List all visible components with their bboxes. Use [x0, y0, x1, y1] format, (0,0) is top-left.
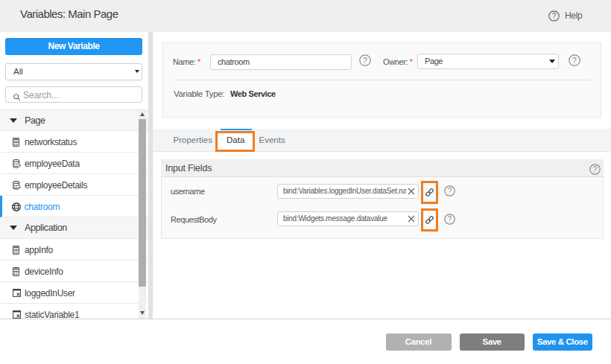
svg-text:?: ? — [552, 12, 557, 20]
svg-text:?: ? — [363, 56, 367, 65]
svg-text:?: ? — [572, 56, 577, 65]
svg-text:?: ? — [593, 165, 598, 173]
svg-text:?: ? — [447, 187, 452, 195]
svg-text:?: ? — [447, 215, 452, 223]
